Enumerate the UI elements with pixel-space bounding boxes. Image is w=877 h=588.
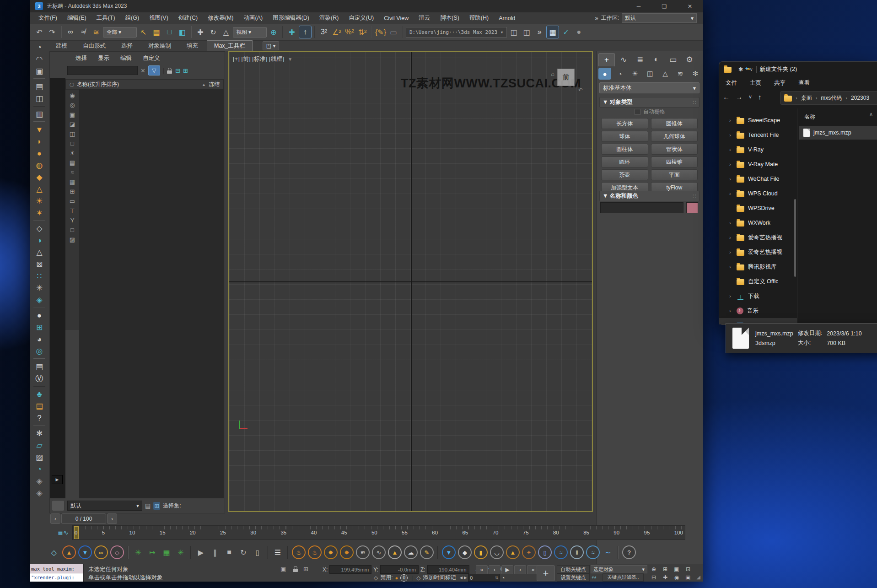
select-move-icon[interactable]: ✚ xyxy=(194,26,206,38)
smoke-icon[interactable]: ≋ xyxy=(356,545,370,559)
toolbar-overflow-icon[interactable]: » xyxy=(533,26,545,38)
tree-item-label[interactable]: WPS Cloud xyxy=(748,190,778,197)
strip-separator[interactable] xyxy=(33,307,45,308)
select-rotate-icon[interactable]: ↻ xyxy=(207,26,219,38)
sea-icon[interactable]: ≈ xyxy=(586,545,600,559)
file-row[interactable]: jmzs_mxs.mzp xyxy=(799,126,877,140)
pencil-icon[interactable]: ✎ xyxy=(420,545,434,559)
key-icon[interactable]: ∾ xyxy=(592,574,597,581)
panel-flyout-button[interactable]: ▶ xyxy=(52,475,63,484)
box-effect-icon[interactable]: ◇ xyxy=(110,545,124,559)
freeze-column-header[interactable]: 冻结 xyxy=(209,81,220,88)
viewport-nav-icon[interactable]: ⊡ xyxy=(683,565,694,573)
view-cube[interactable]: 前 xyxy=(557,69,575,86)
workspace-dropdown[interactable]: 默认 ▾ xyxy=(622,13,697,23)
sort-caret-icon[interactable]: ∧ xyxy=(869,111,873,117)
menu-item[interactable]: 渲染(R) xyxy=(314,14,344,22)
frame-counter[interactable]: 0 / 100 xyxy=(61,513,106,524)
tree-item[interactable]: › 音乐 xyxy=(719,303,797,318)
chevron-right-icon[interactable]: › xyxy=(729,220,733,226)
wrench-icon[interactable]: ✱ xyxy=(738,66,743,73)
filter-funnel-icon[interactable]: ▽ xyxy=(148,65,160,76)
display-tab[interactable]: ▭ xyxy=(665,53,681,66)
green-atom-icon[interactable]: ✳ xyxy=(132,546,144,558)
screen-light-tool-icon[interactable]: ▤ xyxy=(32,81,46,92)
doc-box-tool-icon[interactable]: ▨ xyxy=(32,451,46,463)
explosion2-icon[interactable]: ✸ xyxy=(340,545,354,559)
cube-icon[interactable]: ◇ xyxy=(416,575,420,581)
strip-separator[interactable] xyxy=(33,386,45,387)
primitive-button[interactable]: 球体 xyxy=(601,131,648,142)
project-path-field[interactable]: D:\Users\jing···\3ds Max 2023 ▾ xyxy=(406,27,507,38)
hex-box-tool-icon[interactable]: ◈ xyxy=(32,487,46,499)
teapot-tool-icon[interactable]: ◔ xyxy=(32,41,46,53)
spin-right-icon[interactable]: ▶ xyxy=(464,576,467,580)
effects-separator[interactable] xyxy=(437,546,438,559)
reference-coordinate-dropdown[interactable]: 视图 ▾ xyxy=(233,27,267,38)
toolbar-separator[interactable] xyxy=(371,26,372,38)
tree-item[interactable]: › 下载 xyxy=(719,289,797,303)
absolute-offset-icon[interactable]: ⊞ xyxy=(303,566,308,572)
tree-item[interactable]: › 自定义 Offic xyxy=(719,274,797,289)
frame-number-field[interactable]: 0 ⇅ xyxy=(468,574,500,582)
strip-separator[interactable] xyxy=(33,78,45,79)
effects-separator[interactable] xyxy=(618,546,619,559)
ribbon-tab[interactable]: 自由形式 xyxy=(76,41,113,51)
home-icon[interactable]: ⌂ xyxy=(551,70,554,77)
orbit-arrow-icon[interactable]: ↶ xyxy=(578,87,583,93)
track-bar[interactable]: 0510152025303540455055606570758085909510… xyxy=(72,525,685,540)
chevron-right-icon[interactable]: › xyxy=(729,191,733,196)
percent-snap-icon[interactable]: %² xyxy=(344,26,355,38)
waterfall-icon[interactable]: ‖ xyxy=(570,545,584,559)
viewport-nav-icon[interactable]: ✚ xyxy=(660,573,671,581)
scene-explorer-menu-item[interactable]: 编辑 xyxy=(120,54,132,62)
breadcrumb-item[interactable]: 桌面 xyxy=(801,94,812,102)
display-toggle-icon[interactable]: ▣ xyxy=(70,111,75,118)
selection-set-dropdown[interactable]: 默认 ▾ xyxy=(67,501,142,511)
previous-frame-button[interactable]: ‹ xyxy=(50,513,60,524)
select-by-name-icon[interactable]: ▤ xyxy=(151,26,162,38)
search-input[interactable] xyxy=(67,66,138,75)
smoke-trail-icon[interactable]: ∿ xyxy=(372,545,386,559)
dots-grid-tool-icon[interactable]: ∷ xyxy=(32,270,46,282)
geometry-category-icon[interactable]: ● xyxy=(598,68,611,80)
grid-icon[interactable]: ▤ xyxy=(145,502,151,509)
viewport-nav-icon[interactable]: ⊞ xyxy=(660,565,671,573)
ribbon-tab[interactable]: 对象绘制 xyxy=(141,41,178,51)
menu-item[interactable]: 修改器(M) xyxy=(203,14,238,22)
tree-item-label[interactable]: V-Ray xyxy=(748,146,764,153)
primitive-button[interactable]: 圆锥体 xyxy=(651,118,698,129)
flame2-icon[interactable]: ♨ xyxy=(308,545,322,559)
viewport[interactable]: [+] [前] [标准] [线框] ▼ TZ素材网WWW.TZSUCAI.COM… xyxy=(228,51,593,512)
auto-key-button[interactable]: 自动关键点 xyxy=(557,565,590,573)
play-sim-icon[interactable]: ▶ xyxy=(195,546,207,558)
display-toggle-icon[interactable]: ◉ xyxy=(70,92,75,99)
chevron-right-icon[interactable]: › xyxy=(729,147,733,152)
mirror-icon[interactable]: ◫ xyxy=(508,26,520,38)
mini-curve-editor-icon[interactable]: ≣∿ xyxy=(55,526,71,539)
disc-light-tool-icon[interactable]: ◆ xyxy=(32,171,46,183)
help-icon[interactable]: ? xyxy=(622,545,636,559)
toolbar-separator[interactable] xyxy=(402,26,403,38)
pane-divider[interactable] xyxy=(797,108,797,324)
name-color-rollout[interactable]: ▼ 名称和颜色 ∷ xyxy=(599,191,699,201)
display-toggle-icon[interactable]: ⊞ xyxy=(70,188,75,195)
bottle-icon[interactable]: ▯ xyxy=(538,545,552,559)
viewport-nav-icon[interactable]: ▣ xyxy=(671,565,682,573)
viewport-nav-icon[interactable]: ⊟ xyxy=(648,573,659,581)
tree-item[interactable]: › WPS Cloud xyxy=(719,186,797,201)
scene-explorer-menu-item[interactable]: 显示 xyxy=(98,54,109,62)
menu-item[interactable]: 创建(C) xyxy=(173,14,203,22)
toolbar-separator[interactable] xyxy=(314,26,315,38)
primitive-button[interactable]: 平面 xyxy=(651,169,698,180)
recent-locations-icon[interactable]: ∨ xyxy=(748,94,752,100)
menu-item[interactable]: 渲云 xyxy=(414,14,435,22)
render-check-icon[interactable]: ✓ xyxy=(560,26,572,38)
tree-item-label[interactable]: 爱奇艺热播视 xyxy=(748,248,782,256)
unlink-icon[interactable]: ≉ xyxy=(77,26,89,38)
ribbon-tab[interactable]: 选择 xyxy=(114,41,140,51)
arc-tool-icon[interactable]: ◠ xyxy=(32,53,46,65)
box-tool-icon[interactable]: ◇ xyxy=(32,222,46,234)
tree-item-label[interactable]: 腾讯影视库 xyxy=(748,263,777,271)
spinner-icon[interactable]: ⇅ xyxy=(495,576,499,580)
